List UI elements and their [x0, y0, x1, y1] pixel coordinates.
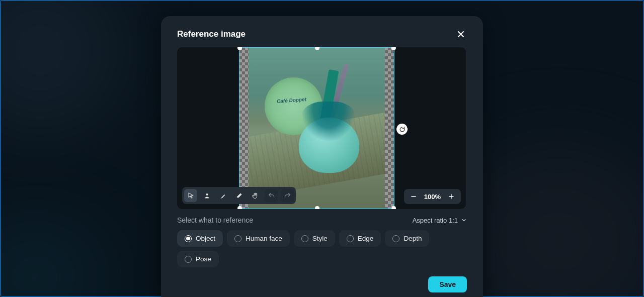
reference-image-modal: Reference image Café Doppet — [161, 16, 483, 297]
svg-point-0 — [206, 193, 208, 195]
pointer-icon — [187, 192, 195, 200]
reference-options: Object Human face Style Edge Depth Pose — [177, 230, 467, 267]
plus-icon — [448, 193, 455, 200]
brush-icon — [219, 192, 227, 200]
option-pose[interactable]: Pose — [177, 251, 219, 267]
rotate-icon — [399, 126, 406, 133]
subject-tool[interactable] — [200, 189, 213, 202]
radio-icon — [185, 256, 192, 263]
option-label: Style — [312, 235, 328, 242]
close-button[interactable] — [455, 28, 467, 40]
redo-button[interactable] — [281, 189, 294, 202]
rotate-button[interactable] — [396, 124, 408, 135]
brush-tool[interactable] — [216, 189, 229, 202]
canvas-toolbar — [182, 187, 296, 204]
aspect-ratio-dropdown[interactable]: Aspect ratio 1:1 — [413, 217, 467, 224]
option-depth[interactable]: Depth — [385, 230, 429, 247]
reference-subheader: Select what to reference — [177, 216, 253, 224]
selection-mask-overlay — [249, 47, 385, 209]
undo-button[interactable] — [265, 189, 278, 202]
aspect-ratio-label: Aspect ratio 1:1 — [413, 217, 458, 224]
transparency-strip-right — [385, 47, 394, 209]
image-canvas[interactable]: Café Doppet — [177, 47, 466, 209]
reference-photo: Café Doppet — [249, 47, 385, 209]
modal-header: Reference image — [177, 28, 467, 40]
transparency-strip-left — [239, 47, 249, 209]
option-style[interactable]: Style — [294, 230, 335, 247]
hand-tool[interactable] — [249, 189, 262, 202]
hand-icon — [252, 192, 259, 200]
zoom-out-button[interactable] — [409, 192, 418, 201]
option-edge[interactable]: Edge — [339, 230, 381, 247]
radio-icon — [185, 235, 192, 242]
save-button[interactable]: Save — [428, 276, 467, 292]
redo-icon — [284, 192, 291, 200]
option-label: Edge — [358, 235, 374, 242]
option-label: Pose — [196, 255, 211, 263]
zoom-level: 100% — [424, 193, 441, 201]
radio-icon — [392, 235, 399, 242]
close-icon — [457, 30, 465, 38]
pointer-tool[interactable] — [184, 189, 197, 202]
option-label: Human face — [246, 235, 282, 242]
option-label: Depth — [404, 235, 422, 242]
person-icon — [203, 192, 211, 200]
undo-icon — [268, 192, 275, 200]
zoom-controls: 100% — [404, 189, 461, 204]
eraser-icon — [235, 192, 243, 200]
radio-icon — [347, 235, 354, 242]
modal-title: Reference image — [177, 29, 246, 39]
zoom-in-button[interactable] — [447, 192, 456, 201]
option-label: Object — [196, 235, 215, 242]
eraser-tool[interactable] — [232, 189, 246, 202]
radio-icon — [234, 235, 242, 242]
option-human-face[interactable]: Human face — [227, 230, 290, 247]
minus-icon — [410, 193, 417, 200]
chevron-down-icon — [461, 217, 467, 223]
option-object[interactable]: Object — [177, 230, 223, 247]
radio-icon — [301, 235, 308, 242]
